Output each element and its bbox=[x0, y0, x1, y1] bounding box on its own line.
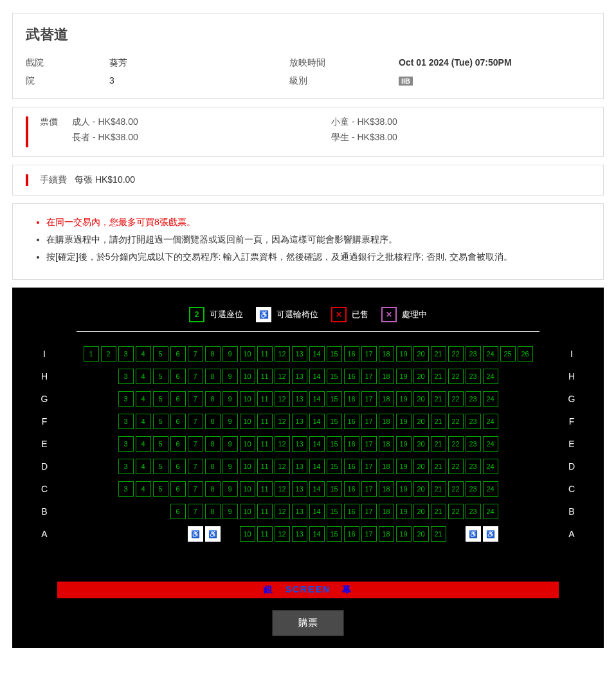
seat-available[interactable]: 23 bbox=[466, 369, 481, 384]
seat-available[interactable]: 3 bbox=[118, 414, 134, 429]
seat-available[interactable]: 22 bbox=[448, 346, 464, 362]
seat-available[interactable]: 21 bbox=[431, 414, 446, 429]
seat-available[interactable]: 10 bbox=[240, 369, 255, 384]
seat-available[interactable]: 8 bbox=[205, 504, 221, 519]
seat-available[interactable]: 3 bbox=[118, 346, 134, 362]
seat-available[interactable]: 16 bbox=[344, 504, 359, 519]
seat-available[interactable]: 13 bbox=[292, 459, 307, 474]
seat-available[interactable]: 5 bbox=[153, 414, 168, 429]
seat-available[interactable]: 14 bbox=[309, 459, 325, 474]
seat-available[interactable]: 19 bbox=[396, 391, 412, 407]
seat-available[interactable]: 22 bbox=[448, 504, 464, 519]
seat-available[interactable]: 15 bbox=[327, 504, 342, 519]
seat-available[interactable]: 15 bbox=[327, 346, 342, 362]
seat-available[interactable]: 3 bbox=[118, 481, 134, 497]
seat-available[interactable]: 5 bbox=[153, 481, 168, 497]
seat-available[interactable]: 19 bbox=[396, 504, 412, 519]
seat-available[interactable]: 25 bbox=[500, 346, 516, 362]
seat-available[interactable]: 18 bbox=[379, 526, 394, 542]
seat-available[interactable]: 12 bbox=[275, 414, 290, 429]
seat-available[interactable]: 19 bbox=[396, 369, 412, 384]
seat-available[interactable]: 4 bbox=[136, 459, 151, 474]
seat-available[interactable]: 21 bbox=[431, 436, 446, 452]
seat-available[interactable]: 9 bbox=[222, 391, 238, 407]
seat-available[interactable]: 10 bbox=[240, 504, 255, 519]
seat-available[interactable]: 7 bbox=[188, 504, 203, 519]
seat-available[interactable]: 23 bbox=[466, 414, 481, 429]
seat-available[interactable]: 15 bbox=[327, 414, 342, 429]
seat-available[interactable]: 16 bbox=[344, 369, 359, 384]
seat-available[interactable]: 18 bbox=[379, 391, 394, 407]
seat-available[interactable]: 17 bbox=[361, 346, 377, 362]
seat-available[interactable]: 20 bbox=[413, 459, 429, 474]
seat-available[interactable]: 12 bbox=[275, 391, 290, 407]
seat-available[interactable]: 18 bbox=[379, 481, 394, 497]
seat-available[interactable]: 23 bbox=[466, 504, 481, 519]
seat-available[interactable]: 13 bbox=[292, 346, 307, 362]
seat-available[interactable]: 11 bbox=[257, 481, 273, 497]
seat-available[interactable]: 9 bbox=[222, 414, 238, 429]
seat-available[interactable]: 3 bbox=[118, 459, 134, 474]
seat-available[interactable]: 11 bbox=[257, 369, 273, 384]
seat-available[interactable]: 6 bbox=[170, 481, 186, 497]
seat-available[interactable]: 15 bbox=[327, 436, 342, 452]
seat-available[interactable]: 9 bbox=[222, 369, 238, 384]
seat-available[interactable]: 3 bbox=[118, 436, 134, 452]
seat-available[interactable]: 14 bbox=[309, 436, 325, 452]
seat-available[interactable]: 24 bbox=[483, 414, 498, 429]
seat-available[interactable]: 17 bbox=[361, 526, 377, 542]
seat-available[interactable]: 20 bbox=[413, 481, 429, 497]
seat-available[interactable]: 22 bbox=[448, 391, 464, 407]
seat-available[interactable]: 24 bbox=[483, 481, 498, 497]
seat-available[interactable]: 22 bbox=[448, 436, 464, 452]
seat-available[interactable]: 21 bbox=[431, 369, 446, 384]
seat-available[interactable]: 19 bbox=[396, 526, 412, 542]
seat-available[interactable]: 16 bbox=[344, 526, 359, 542]
seat-available[interactable]: 9 bbox=[222, 504, 238, 519]
seat-available[interactable]: 14 bbox=[309, 391, 325, 407]
seat-available[interactable]: 21 bbox=[431, 504, 446, 519]
seat-available[interactable]: 10 bbox=[240, 526, 255, 542]
seat-available[interactable]: 12 bbox=[275, 346, 290, 362]
seat-available[interactable]: 15 bbox=[327, 369, 342, 384]
seat-available[interactable]: 20 bbox=[413, 346, 429, 362]
seat-available[interactable]: 13 bbox=[292, 504, 307, 519]
seat-available[interactable]: 19 bbox=[396, 346, 412, 362]
seat-available[interactable]: 22 bbox=[448, 369, 464, 384]
seat-available[interactable]: 11 bbox=[257, 346, 273, 362]
seat-available[interactable]: 22 bbox=[448, 414, 464, 429]
seat-available[interactable]: 8 bbox=[205, 414, 221, 429]
seat-available[interactable]: 16 bbox=[344, 436, 359, 452]
seat-available[interactable]: 17 bbox=[361, 481, 377, 497]
seat-available[interactable]: 3 bbox=[118, 391, 134, 407]
seat-available[interactable]: 10 bbox=[240, 481, 255, 497]
seat-available[interactable]: 6 bbox=[170, 504, 186, 519]
seat-available[interactable]: 6 bbox=[170, 414, 186, 429]
seat-available[interactable]: 8 bbox=[205, 481, 221, 497]
seat-wheelchair[interactable]: ♿ bbox=[205, 526, 221, 542]
seat-available[interactable]: 7 bbox=[188, 369, 203, 384]
seat-available[interactable]: 20 bbox=[413, 369, 429, 384]
seat-available[interactable]: 12 bbox=[275, 526, 290, 542]
seat-available[interactable]: 18 bbox=[379, 369, 394, 384]
seat-available[interactable]: 10 bbox=[240, 459, 255, 474]
seat-available[interactable]: 13 bbox=[292, 369, 307, 384]
seat-available[interactable]: 17 bbox=[361, 391, 377, 407]
seat-available[interactable]: 23 bbox=[466, 346, 481, 362]
seat-available[interactable]: 10 bbox=[240, 391, 255, 407]
seat-available[interactable]: 15 bbox=[327, 526, 342, 542]
seat-available[interactable]: 11 bbox=[257, 459, 273, 474]
seat-available[interactable]: 8 bbox=[205, 369, 221, 384]
seat-available[interactable]: 21 bbox=[431, 346, 446, 362]
seat-available[interactable]: 17 bbox=[361, 414, 377, 429]
seat-available[interactable]: 4 bbox=[136, 391, 151, 407]
seat-available[interactable]: 2 bbox=[101, 346, 116, 362]
seat-wheelchair[interactable]: ♿ bbox=[483, 526, 498, 542]
seat-available[interactable]: 16 bbox=[344, 481, 359, 497]
seat-available[interactable]: 8 bbox=[205, 391, 221, 407]
seat-available[interactable]: 21 bbox=[431, 391, 446, 407]
seat-available[interactable]: 8 bbox=[205, 346, 221, 362]
seat-available[interactable]: 26 bbox=[518, 346, 533, 362]
seat-available[interactable]: 11 bbox=[257, 391, 273, 407]
seat-available[interactable]: 10 bbox=[240, 436, 255, 452]
